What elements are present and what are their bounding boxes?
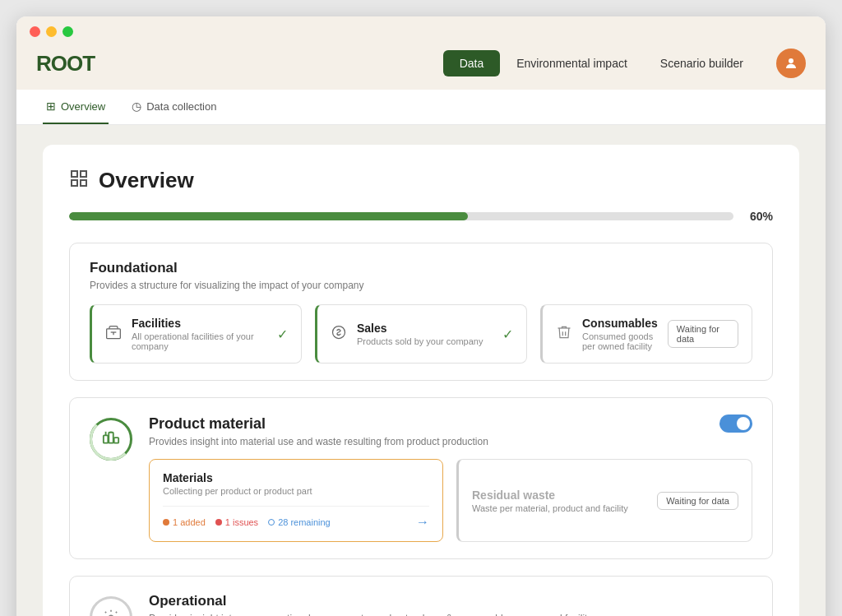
consumables-icon: [556, 324, 572, 345]
materials-footer: 1 added 1 issues 28 remaining: [163, 506, 429, 530]
foundational-cards: Facilities All operational facilities of…: [90, 304, 752, 364]
title-bar: [16, 16, 826, 37]
consumables-card[interactable]: Consumables Consumed goods per owned fac…: [540, 304, 752, 364]
sales-card[interactable]: Sales Products sold by your company ✓: [315, 304, 527, 364]
sub-nav-overview[interactable]: ⊞ Overview: [43, 90, 109, 124]
foundational-section: Foundational Provides a structure for vi…: [69, 243, 773, 381]
nav-scenario-builder[interactable]: Scenario builder: [644, 50, 760, 76]
facilities-icon: [105, 324, 122, 345]
operational-content: Operational Provides insight into your o…: [149, 593, 752, 616]
foundational-title: Foundational: [90, 260, 752, 276]
consumables-waiting-badge: Waiting for data: [668, 320, 738, 348]
traffic-lights: [30, 26, 73, 37]
issues-dot: [215, 519, 222, 526]
remaining-dot: [268, 519, 275, 526]
operational-title: Operational: [149, 593, 752, 609]
nav-data[interactable]: Data: [443, 50, 501, 76]
minimize-button[interactable]: [46, 26, 57, 37]
close-button[interactable]: [30, 26, 40, 37]
product-material-section: Product material Provides insight into m…: [69, 397, 773, 559]
sales-icon: [331, 324, 347, 345]
product-material-icon-wrap: [90, 415, 132, 542]
remaining-badge: 28 remaining: [268, 517, 331, 527]
nav-links: Data Environmental impact Scenario build…: [443, 50, 760, 76]
sub-nav: ⊞ Overview ◷ Data collection: [16, 90, 826, 125]
added-dot: [163, 519, 169, 526]
materials-card[interactable]: Materials Collecting per product or prod…: [149, 459, 443, 542]
svg-rect-4: [81, 180, 86, 186]
product-material-header: Product material: [149, 415, 752, 433]
foundational-desc: Provides a structure for visualizing the…: [90, 280, 752, 291]
top-nav: ROOT Data Environmental impact Scenario …: [16, 37, 826, 90]
consumables-text: Consumables Consumed goods per owned fac…: [582, 317, 658, 351]
added-badge: 1 added: [163, 517, 206, 527]
operational-icon: [90, 596, 132, 616]
data-collection-icon: ◷: [132, 100, 141, 113]
residual-waste-text: Residual waste Waste per material, produ…: [472, 489, 647, 513]
product-material-content: Product material Provides insight into m…: [149, 415, 752, 542]
page-header: Overview: [69, 168, 773, 193]
svg-rect-10: [109, 433, 113, 443]
facilities-card[interactable]: Facilities All operational facilities of…: [90, 304, 302, 364]
svg-point-0: [789, 58, 793, 63]
residual-waiting-badge: Waiting for data: [657, 492, 738, 510]
product-material-toggle[interactable]: [719, 415, 752, 433]
operational-desc: Provides insight into your operational e…: [149, 613, 752, 616]
svg-rect-2: [81, 171, 86, 177]
overview-icon: ⊞: [46, 100, 56, 113]
maximize-button[interactable]: [62, 26, 73, 37]
materials-arrow-icon[interactable]: →: [416, 515, 429, 530]
sales-text: Sales Products sold by your company: [357, 322, 493, 346]
svg-rect-11: [114, 438, 119, 442]
progress-bar-fill: [69, 212, 468, 220]
svg-rect-1: [72, 171, 77, 177]
progress-section: 60%: [69, 210, 773, 223]
residual-waste-card[interactable]: Residual waste Waste per material, produ…: [456, 459, 752, 542]
facilities-text: Facilities All operational facilities of…: [132, 317, 267, 351]
progress-bar-bg: [69, 212, 733, 220]
sales-check: ✓: [502, 327, 513, 342]
page-title: Overview: [99, 168, 194, 193]
product-material-desc: Provides insight into material use and w…: [149, 436, 752, 447]
product-material-icon: [90, 418, 132, 461]
content-card: Overview 60% Foundational Provides a str…: [43, 145, 799, 616]
logo: ROOT: [36, 51, 443, 76]
nav-environmental-impact[interactable]: Environmental impact: [500, 50, 644, 76]
user-avatar[interactable]: [776, 49, 806, 78]
facilities-check: ✓: [277, 327, 288, 342]
issues-badge: 1 issues: [215, 517, 258, 527]
svg-rect-9: [104, 435, 108, 442]
operational-icon-wrap: [90, 593, 132, 616]
svg-rect-3: [72, 180, 77, 186]
sub-nav-data-collection[interactable]: ◷ Data collection: [128, 90, 220, 124]
operational-section: Operational Provides insight into your o…: [69, 576, 773, 616]
main-content: Overview 60% Foundational Provides a str…: [16, 125, 826, 616]
page-icon: [69, 169, 89, 193]
progress-label: 60%: [743, 210, 773, 223]
product-material-cards: Materials Collecting per product or prod…: [149, 459, 752, 542]
app-window: ROOT Data Environmental impact Scenario …: [16, 16, 826, 616]
